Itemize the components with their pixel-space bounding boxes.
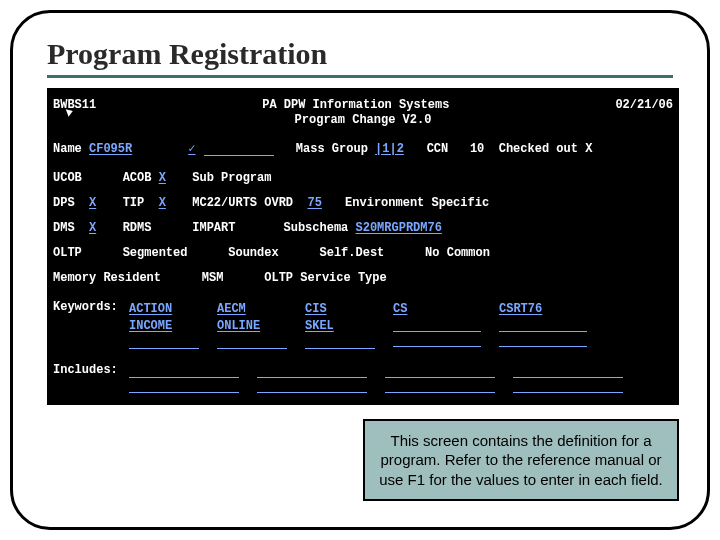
selfdest-label: Self.Dest — [319, 246, 384, 261]
help-callout: This screen contains the definition for … — [363, 419, 679, 502]
name-flag[interactable]: ✓ — [188, 142, 204, 157]
subschema-field[interactable]: S20MRGPRDM76 — [356, 221, 442, 236]
includes-grid — [129, 365, 623, 393]
subschema-label: Subschema — [283, 221, 348, 236]
ccn-value: 10 — [470, 142, 484, 157]
soundex-label: Soundex — [228, 246, 278, 261]
inc-1-1[interactable] — [257, 380, 367, 393]
name-label: Name — [53, 142, 82, 157]
kw-1-1[interactable]: ONLINE — [217, 319, 287, 334]
row-memres: Memory Resident MSM OLTP Service Type — [53, 271, 673, 286]
env-label: Environment Specific — [345, 196, 489, 211]
checkedout-label: Checked out — [499, 142, 578, 157]
kw-0-1[interactable]: INCOME — [129, 319, 199, 334]
inc-0-1[interactable] — [129, 380, 239, 393]
name-blank2[interactable] — [204, 143, 274, 156]
ccn-label: CCN — [427, 142, 449, 157]
tip-label: TIP — [123, 196, 145, 211]
inc-1-0[interactable] — [257, 365, 367, 378]
hdr-right: 02/21/06 — [615, 98, 673, 113]
row-name: Name CF095R ✓ Mass Group |1|2 CCN 10 Che… — [53, 142, 673, 157]
dps-field[interactable]: X — [89, 196, 101, 211]
dps-label: DPS — [53, 196, 75, 211]
subprog-label: Sub Program — [192, 171, 271, 186]
title-underline — [47, 75, 673, 78]
kw-4-1[interactable] — [499, 319, 587, 332]
row-keywords: Keywords: ACTION INCOME AECM ONLINE CIS … — [53, 300, 673, 349]
kw-2-0[interactable]: CIS — [305, 302, 375, 317]
callout-text: This screen contains the definition for … — [379, 432, 663, 488]
checkedout-value: X — [585, 142, 592, 157]
kw-1-0[interactable]: AECM — [217, 302, 287, 317]
row-dms: DMS X RDMS IMPART Subschema S20MRGPRDM76 — [53, 221, 673, 236]
slide-title: Program Registration — [47, 37, 707, 71]
rdms-label: RDMS — [123, 221, 152, 236]
nocommon-label: No Common — [425, 246, 490, 261]
terminal-screen: BWBS11 PA DPW Information Systems 02/21/… — [47, 88, 679, 405]
oltpsvc-label: OLTP Service Type — [264, 271, 386, 286]
inc-3-1[interactable] — [513, 380, 623, 393]
row-includes: Includes: — [53, 363, 673, 393]
impart-label: IMPART — [192, 221, 235, 236]
terminal-header: BWBS11 PA DPW Information Systems 02/21/… — [53, 98, 673, 113]
massgroup-field[interactable]: |1|2 — [375, 142, 405, 157]
kw-2-1[interactable]: SKEL — [305, 319, 375, 334]
row-ucob: UCOB ACOB X Sub Program — [53, 171, 673, 186]
kw-2-2[interactable] — [305, 336, 375, 349]
kw-0-0[interactable]: ACTION — [129, 302, 199, 317]
memres-label: Memory Resident — [53, 271, 161, 286]
kw-4-2[interactable] — [499, 334, 587, 347]
seg-label: Segmented — [123, 246, 188, 261]
kw-0-2[interactable] — [129, 336, 199, 349]
kw-1-2[interactable] — [217, 336, 287, 349]
oltp-label: OLTP — [53, 246, 82, 261]
kw-3-0[interactable]: CS — [393, 302, 481, 317]
row-dps: DPS X TIP X MC22/URTS OVRD 75 Environmen… — [53, 196, 673, 211]
tip-field[interactable]: X — [159, 196, 171, 211]
terminal-header2: Program Change V2.0 — [53, 113, 673, 128]
dms-label: DMS — [53, 221, 75, 236]
mc22-field[interactable]: 75 — [307, 196, 323, 211]
keywords-grid: ACTION INCOME AECM ONLINE CIS SKEL CS — [129, 302, 587, 349]
name-field[interactable]: CF095R — [89, 142, 145, 157]
kw-3-1[interactable] — [393, 319, 481, 332]
mc22-label: MC22/URTS OVRD — [192, 196, 293, 211]
hdr-center1: PA DPW Information Systems — [262, 98, 449, 113]
kw-4-0[interactable]: CSRT76 — [499, 302, 587, 317]
inc-3-0[interactable] — [513, 365, 623, 378]
inc-2-1[interactable] — [385, 380, 495, 393]
massgroup-label: Mass Group — [296, 142, 368, 157]
dms-field[interactable]: X — [89, 221, 101, 236]
msm-label: MSM — [202, 271, 224, 286]
includes-label: Includes: — [53, 363, 129, 378]
keywords-label: Keywords: — [53, 300, 129, 315]
acob-field[interactable]: X — [159, 171, 171, 186]
kw-3-2[interactable] — [393, 334, 481, 347]
inc-0-0[interactable] — [129, 365, 239, 378]
ucob-label: UCOB — [53, 171, 82, 186]
slide-frame: Program Registration BWBS11 PA DPW Infor… — [10, 10, 710, 530]
hdr-center2: Program Change V2.0 — [295, 113, 432, 128]
row-oltp: OLTP Segmented Soundex Self.Dest No Comm… — [53, 246, 673, 261]
inc-2-0[interactable] — [385, 365, 495, 378]
acob-label: ACOB — [123, 171, 152, 186]
hdr-left: BWBS11 — [53, 98, 96, 113]
